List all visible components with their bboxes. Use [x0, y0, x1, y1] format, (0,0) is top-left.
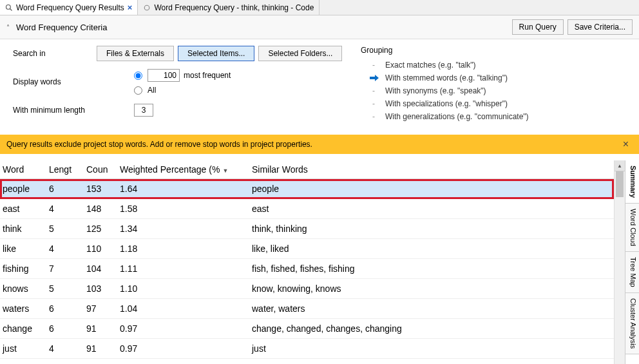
- grouping-panel: Grouping -Exact matches (e.g. "talk")Wit…: [361, 46, 626, 126]
- close-icon[interactable]: ×: [619, 139, 633, 150]
- cell-similar: change, changed, changes, changing: [249, 319, 614, 339]
- dash-icon: -: [370, 61, 377, 70]
- all-radio[interactable]: [134, 86, 142, 95]
- cell-count: 110: [84, 239, 117, 259]
- view-tabs: Summary Word Cloud Tree Map Cluster Anal…: [625, 160, 639, 364]
- results-table-container: Word Lengt Coun Weighted Percentage (%▼ …: [0, 160, 614, 364]
- save-criteria-button[interactable]: Save Criteria...: [567, 19, 633, 35]
- cell-pct: 0.97: [117, 339, 249, 359]
- sort-desc-icon: ▼: [222, 168, 228, 174]
- grouping-option[interactable]: -Exact matches (e.g. "talk"): [370, 59, 626, 72]
- grouping-option[interactable]: -With specializations (e.g. "whisper"): [370, 97, 626, 110]
- scroll-up-icon[interactable]: ▲: [615, 160, 625, 171]
- cell-count: 91: [84, 339, 117, 359]
- grouping-option-label: With stemmed words (e.g. "talking"): [385, 73, 508, 82]
- sidetab-summary[interactable]: Summary: [625, 160, 639, 204]
- table-row[interactable]: waters6971.04water, waters: [0, 299, 614, 319]
- criteria-header: ˄ Word Frequency Criteria Run Query Save…: [0, 15, 639, 39]
- grouping-option-label: Exact matches (e.g. "talk"): [385, 61, 476, 70]
- cell-count: 148: [84, 199, 117, 219]
- min-length-input[interactable]: [134, 104, 153, 117]
- table-row[interactable]: east41481.58east: [0, 199, 614, 219]
- sidetab-wordcloud[interactable]: Word Cloud: [625, 204, 639, 252]
- dash-icon: -: [370, 99, 377, 108]
- cell-pct: 1.10: [117, 279, 249, 299]
- tab-results-active[interactable]: Word Frequency Query Results ×: [0, 0, 138, 15]
- grouping-option[interactable]: -With synonyms (e.g. "speak"): [370, 84, 626, 97]
- dash-icon: -: [370, 86, 377, 95]
- svg-point-0: [6, 5, 11, 9]
- col-similar[interactable]: Similar Words: [249, 160, 614, 179]
- cell-word: fishing: [0, 259, 46, 279]
- document-tabs: Word Frequency Query Results × Word Freq…: [0, 0, 639, 15]
- sidetab-treemap[interactable]: Tree Map: [625, 252, 639, 293]
- cell-pct: 1.18: [117, 239, 249, 259]
- cell-length: 4: [46, 339, 84, 359]
- cell-length: 6: [46, 299, 84, 319]
- tab-code-inactive[interactable]: Word Frequency Query - think, thinking -…: [138, 0, 320, 15]
- cell-similar: people: [249, 179, 614, 199]
- display-count-input[interactable]: [148, 69, 180, 82]
- cell-similar: just: [249, 339, 614, 359]
- results-table: Word Lengt Coun Weighted Percentage (%▼ …: [0, 160, 614, 359]
- scroll-thumb[interactable]: [616, 171, 624, 197]
- col-count[interactable]: Coun: [84, 160, 117, 179]
- cell-length: 4: [46, 199, 84, 219]
- close-icon[interactable]: ×: [128, 3, 133, 12]
- cell-length: 4: [46, 239, 84, 259]
- grouping-option[interactable]: -With generalizations (e.g. "communicate…: [370, 110, 626, 123]
- table-row[interactable]: just4910.97just: [0, 339, 614, 359]
- cell-word: people: [0, 179, 46, 199]
- cell-count: 91: [84, 319, 117, 339]
- cell-count: 103: [84, 279, 117, 299]
- cell-similar: like, liked: [249, 239, 614, 259]
- cell-similar: fish, fished, fishes, fishing: [249, 259, 614, 279]
- vertical-scrollbar[interactable]: ▲: [614, 160, 625, 364]
- selected-folders-button[interactable]: Selected Folders...: [258, 46, 342, 61]
- most-frequent-label: most frequent: [184, 71, 231, 80]
- cell-pct: 1.58: [117, 199, 249, 219]
- cell-length: 7: [46, 259, 84, 279]
- grouping-option[interactable]: With stemmed words (e.g. "talking"): [370, 72, 626, 84]
- search-in-label: Search in: [13, 49, 97, 58]
- table-row[interactable]: think51251.34think, thinking: [0, 219, 614, 239]
- search-icon: [5, 4, 13, 12]
- table-row[interactable]: knows51031.10know, knowing, knows: [0, 279, 614, 299]
- cell-length: 6: [46, 319, 84, 339]
- table-row[interactable]: people61531.64people: [0, 179, 614, 199]
- svg-line-1: [10, 8, 12, 10]
- pointer-icon: [370, 75, 377, 81]
- cell-count: 153: [84, 179, 117, 199]
- table-row[interactable]: fishing71041.11fish, fished, fishes, fis…: [0, 259, 614, 279]
- table-row[interactable]: change6910.97change, changed, changes, c…: [0, 319, 614, 339]
- cell-word: east: [0, 199, 46, 219]
- sidetab-cluster[interactable]: Cluster Analysis: [625, 293, 639, 354]
- files-externals-button[interactable]: Files & Externals: [97, 46, 174, 61]
- collapse-chevron-icon[interactable]: ˄: [6, 24, 10, 31]
- selected-items-button[interactable]: Selected Items...: [178, 46, 254, 61]
- cell-pct: 1.11: [117, 259, 249, 279]
- cell-word: knows: [0, 279, 46, 299]
- cell-similar: water, waters: [249, 299, 614, 319]
- cell-word: change: [0, 319, 46, 339]
- cell-count: 104: [84, 259, 117, 279]
- col-word[interactable]: Word: [0, 160, 46, 179]
- results-area: Word Lengt Coun Weighted Percentage (%▼ …: [0, 160, 639, 364]
- col-length[interactable]: Lengt: [46, 160, 84, 179]
- dash-icon: -: [370, 112, 377, 121]
- cell-similar: east: [249, 199, 614, 219]
- run-query-button[interactable]: Run Query: [512, 19, 564, 35]
- col-weighted-pct[interactable]: Weighted Percentage (%▼: [117, 160, 249, 179]
- cell-count: 125: [84, 219, 117, 239]
- min-length-label: With minimum length: [13, 106, 134, 115]
- cell-length: 5: [46, 279, 84, 299]
- table-row[interactable]: like41101.18like, liked: [0, 239, 614, 259]
- stop-words-notice: Query results exclude project stop words…: [0, 135, 639, 154]
- tab-label: Word Frequency Query Results: [16, 3, 124, 12]
- grouping-option-label: With specializations (e.g. "whisper"): [385, 99, 508, 108]
- notice-text: Query results exclude project stop words…: [6, 140, 619, 149]
- cell-length: 6: [46, 179, 84, 199]
- cell-similar: know, knowing, knows: [249, 279, 614, 299]
- criteria-panel: Search in Files & Externals Selected Ite…: [0, 39, 639, 135]
- most-frequent-radio[interactable]: [134, 72, 142, 80]
